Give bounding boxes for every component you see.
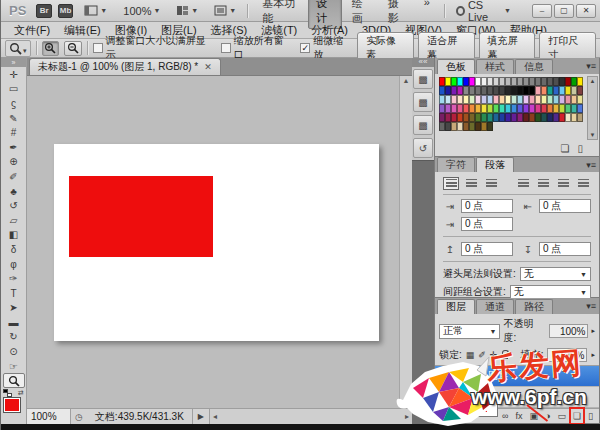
checkbox-icon[interactable]: ✓: [300, 43, 310, 53]
close-button[interactable]: ✕: [576, 4, 596, 18]
default-colors-icon[interactable]: [3, 389, 12, 397]
lock-all-icon[interactable]: [501, 354, 508, 359]
lock-position-icon[interactable]: ✛: [490, 350, 498, 360]
color-swatch[interactable]: [487, 122, 493, 131]
status-zoom-field[interactable]: 100%: [27, 409, 71, 424]
tab-样式[interactable]: 样式: [476, 59, 514, 74]
crop-tool[interactable]: #: [3, 125, 25, 140]
tool-preset-picker[interactable]: ▾: [5, 40, 31, 57]
status-menu-arrow[interactable]: ▶: [193, 409, 210, 424]
path-selection-tool[interactable]: ➤: [3, 301, 25, 316]
fill-field[interactable]: 100%: [547, 348, 587, 362]
mojikumi-dropdown[interactable]: 无 ▼: [510, 285, 591, 299]
zoom-in-button[interactable]: [42, 41, 60, 56]
layer-row[interactable]: 图层 1: [435, 366, 599, 387]
blend-mode-select[interactable]: 正常 ▼: [439, 324, 500, 339]
history-panel-icon[interactable]: ↺: [413, 138, 433, 158]
scroll-down-icon[interactable]: ▼: [590, 132, 596, 138]
horizontal-scrollbar[interactable]: ◂ ▸: [210, 409, 412, 424]
checkbox-icon[interactable]: [221, 43, 231, 53]
left-indent-field[interactable]: 0 点: [461, 199, 513, 213]
tab-图层[interactable]: 图层: [437, 299, 475, 314]
layer-thumbnail[interactable]: [457, 389, 483, 406]
dodge-tool[interactable]: φ: [3, 257, 25, 272]
justify-last-left-button[interactable]: [515, 177, 531, 190]
zoom-tool[interactable]: [3, 373, 25, 388]
panel-menu-icon[interactable]: ▾≡: [586, 301, 596, 311]
panel-menu-icon[interactable]: ▾≡: [586, 160, 596, 170]
tab-色板[interactable]: 色板: [437, 59, 475, 74]
document-canvas[interactable]: [54, 144, 379, 341]
first-line-indent-field[interactable]: 0 点: [461, 217, 513, 231]
color-swatch[interactable]: [577, 104, 583, 113]
move-tool[interactable]: ✛: [3, 67, 25, 82]
eyedropper-tool[interactable]: ✒: [3, 140, 25, 155]
red-rectangle-layer[interactable]: [69, 176, 213, 257]
collapsed-panel-icon-2[interactable]: ▩: [413, 92, 433, 112]
clone-stamp-tool[interactable]: ♣: [3, 184, 25, 199]
layer-group-icon[interactable]: ▭: [557, 411, 566, 421]
tab-段落[interactable]: 段落: [476, 157, 514, 172]
justify-last-right-button[interactable]: [555, 177, 571, 190]
color-swatch[interactable]: [577, 113, 583, 122]
right-indent-field[interactable]: 0 点: [539, 199, 591, 213]
layer-row[interactable]: 背景: [435, 387, 599, 408]
pen-tool[interactable]: ✑: [3, 271, 25, 286]
fill-slider-arrow[interactable]: ▸: [591, 351, 595, 359]
dock-collapse-handle[interactable]: ««: [412, 58, 434, 67]
align-right-button[interactable]: [483, 177, 499, 190]
scroll-left-icon[interactable]: ◂: [213, 412, 217, 421]
foreground-color-swatch[interactable]: [4, 398, 20, 412]
lock-paint-icon[interactable]: ✐: [478, 350, 486, 360]
healing-brush-tool[interactable]: ⊕: [3, 155, 25, 170]
vertical-scrollbar[interactable]: ▲ ▼: [399, 76, 412, 408]
align-left-button[interactable]: [443, 177, 459, 190]
adjustment-layer-icon[interactable]: ◑: [545, 411, 550, 421]
gradient-tool[interactable]: ◧: [3, 228, 25, 243]
zoom-level-button[interactable]: 100% ▼: [118, 3, 165, 19]
tab-字符[interactable]: 字符: [437, 157, 475, 172]
collapsed-panel-icon-1[interactable]: ▩: [413, 69, 433, 89]
type-tool[interactable]: T: [3, 286, 25, 301]
scroll-right-icon[interactable]: ▸: [405, 412, 409, 421]
visibility-toggle[interactable]: [435, 387, 452, 407]
align-center-button[interactable]: [463, 177, 479, 190]
shape-tool[interactable]: ▬: [3, 315, 25, 330]
swap-colors-icon[interactable]: ⇄: [18, 389, 24, 397]
color-swatch[interactable]: [577, 95, 583, 104]
lock-transparency-icon[interactable]: ▦: [466, 350, 475, 360]
tab-路径[interactable]: 路径: [515, 299, 553, 314]
history-brush-tool[interactable]: ↺: [3, 198, 25, 213]
screen-mode-button[interactable]: ▼: [209, 3, 241, 18]
document-tab[interactable]: 未标题-1 @ 100% (图层 1, RGB/8) * ✕: [29, 58, 221, 75]
quick-selection-tool[interactable]: ✎: [3, 111, 25, 126]
eraser-tool[interactable]: ▱: [3, 213, 25, 228]
hand-tool[interactable]: ☞: [3, 359, 25, 374]
space-before-field[interactable]: 0 点: [461, 242, 513, 256]
lasso-tool[interactable]: ϛ: [3, 96, 25, 111]
swatches-scrollbar[interactable]: ▲ ▼: [587, 76, 598, 140]
mini-bridge-icon[interactable]: Mb: [58, 4, 74, 18]
opacity-field[interactable]: 100%: [549, 324, 589, 338]
color-swatch[interactable]: [577, 77, 583, 86]
bridge-icon[interactable]: Br: [36, 4, 52, 18]
view-extras-button[interactable]: ▼: [79, 3, 112, 18]
layer-mask-icon[interactable]: ▣: [530, 411, 539, 421]
delete-swatch-icon[interactable]: ▯: [577, 143, 583, 154]
scroll-up-icon[interactable]: ▲: [403, 77, 410, 84]
scroll-down-icon[interactable]: ▼: [403, 400, 410, 407]
visibility-toggle[interactable]: [435, 366, 452, 386]
marquee-tool[interactable]: ▭: [3, 82, 25, 97]
opacity-slider-arrow[interactable]: ▸: [591, 327, 595, 335]
toolbox-collapse-handle[interactable]: »: [1, 58, 26, 67]
space-after-field[interactable]: 0 点: [539, 242, 591, 256]
canvas-pasteboard[interactable]: ▲ ▼: [27, 76, 412, 408]
justify-last-center-button[interactable]: [535, 177, 551, 190]
color-swatch[interactable]: [577, 86, 583, 95]
kinsoku-dropdown[interactable]: 无 ▼: [520, 267, 591, 281]
delete-layer-icon[interactable]: ▯: [588, 411, 593, 421]
minimize-button[interactable]: –: [532, 4, 552, 18]
link-layers-icon[interactable]: ∞: [502, 411, 508, 421]
tab-信息[interactable]: 信息: [515, 59, 553, 74]
3d-orbit-tool[interactable]: ⊙: [3, 344, 25, 359]
